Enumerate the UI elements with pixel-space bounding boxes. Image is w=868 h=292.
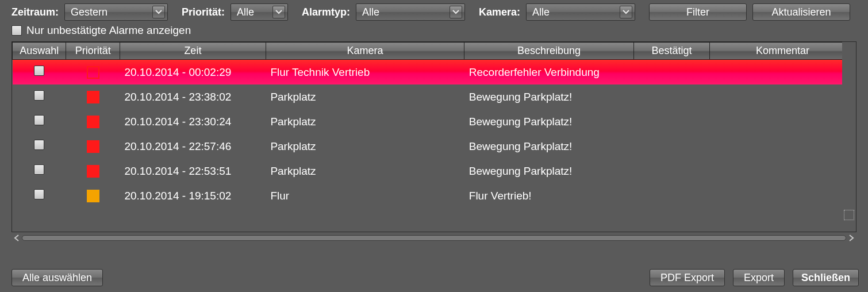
alarm-table-wrap: Auswahl Priorität Zeit Kamera Beschreibu… bbox=[11, 41, 857, 232]
cell-auswahl bbox=[13, 84, 66, 109]
refresh-button[interactable]: Aktualisieren bbox=[752, 3, 850, 21]
cell-zeit: 20.10.2014 - 19:15:02 bbox=[120, 183, 266, 208]
cell-prioritaet bbox=[66, 159, 120, 183]
priority-indicator-icon bbox=[87, 190, 99, 202]
col-kommentar[interactable]: Kommentar bbox=[709, 43, 855, 60]
kamera-label: Kamera: bbox=[479, 6, 520, 18]
scroll-track[interactable] bbox=[22, 235, 846, 241]
alarmtyp-label: Alarmtyp: bbox=[302, 6, 350, 18]
cell-beschreibung: Bewegung Parkplatz! bbox=[464, 134, 634, 159]
cell-bestaetigt bbox=[633, 60, 709, 85]
vertical-scrollbar[interactable] bbox=[842, 42, 856, 221]
scroll-handle-icon bbox=[844, 210, 854, 220]
cell-kamera: Parkplatz bbox=[266, 84, 464, 109]
table-row[interactable]: 20.10.2014 - 19:15:02FlurFlur Vertrieb! bbox=[13, 183, 856, 208]
export-button[interactable]: Export bbox=[733, 269, 785, 286]
cell-zeit: 20.10.2014 - 22:57:46 bbox=[120, 134, 266, 159]
kamera-select[interactable]: Alle bbox=[526, 3, 635, 21]
scroll-left-icon bbox=[11, 233, 22, 243]
cell-kamera: Flur Technik Vertrieb bbox=[266, 60, 464, 85]
cell-beschreibung: Flur Vertrieb! bbox=[464, 183, 634, 208]
cell-beschreibung: Bewegung Parkplatz! bbox=[464, 159, 634, 183]
cell-kamera: Parkplatz bbox=[266, 109, 464, 134]
cell-beschreibung: Bewegung Parkplatz! bbox=[464, 109, 634, 134]
cell-kamera: Parkplatz bbox=[266, 134, 464, 159]
only-unconfirmed-label: Nur unbestätigte Alarme anzeigen bbox=[26, 24, 191, 37]
col-zeit[interactable]: Zeit bbox=[120, 43, 266, 60]
zeitraum-select[interactable]: Gestern bbox=[64, 3, 168, 21]
chevron-down-icon bbox=[450, 6, 462, 18]
row-checkbox[interactable] bbox=[34, 189, 44, 199]
cell-kamera: Flur bbox=[266, 183, 464, 208]
cell-zeit: 20.10.2014 - 23:38:02 bbox=[120, 84, 266, 109]
horizontal-scrollbar[interactable] bbox=[11, 232, 857, 244]
chevron-down-icon bbox=[620, 6, 632, 18]
cell-bestaetigt bbox=[633, 159, 709, 183]
cell-bestaetigt bbox=[633, 84, 709, 109]
table-row[interactable]: 20.10.2014 - 23:30:24ParkplatzBewegung P… bbox=[13, 109, 856, 134]
col-prioritaet[interactable]: Priorität bbox=[66, 43, 120, 60]
cell-auswahl bbox=[13, 134, 66, 159]
cell-kommentar bbox=[709, 159, 855, 183]
priority-indicator-icon bbox=[87, 140, 99, 153]
pdf-export-button[interactable]: PDF Export bbox=[650, 269, 725, 286]
table-row[interactable]: 20.10.2014 - 00:02:29Flur Technik Vertri… bbox=[13, 60, 856, 85]
priority-indicator-icon bbox=[87, 66, 99, 79]
priority-indicator-icon bbox=[87, 91, 99, 103]
scroll-right-icon bbox=[846, 233, 857, 243]
cell-prioritaet bbox=[66, 60, 120, 85]
filter-button-label: Filter bbox=[686, 6, 709, 18]
cell-bestaetigt bbox=[633, 183, 709, 208]
cell-beschreibung: Bewegung Parkplatz! bbox=[464, 84, 634, 109]
table-header: Auswahl Priorität Zeit Kamera Beschreibu… bbox=[13, 43, 856, 60]
priority-indicator-icon bbox=[87, 165, 99, 178]
cell-prioritaet bbox=[66, 134, 120, 159]
cell-bestaetigt bbox=[633, 109, 709, 134]
table-row[interactable]: 20.10.2014 - 22:53:51ParkplatzBewegung P… bbox=[13, 159, 856, 183]
row-checkbox[interactable] bbox=[34, 90, 44, 101]
col-bestaetigt[interactable]: Bestätigt bbox=[633, 43, 709, 60]
row-checkbox[interactable] bbox=[34, 115, 44, 125]
cell-kommentar bbox=[709, 183, 855, 208]
cell-prioritaet bbox=[66, 183, 120, 208]
prioritaet-select[interactable]: Alle bbox=[231, 3, 288, 21]
cell-prioritaet bbox=[66, 84, 120, 109]
cell-beschreibung: Recorderfehler Verbindung bbox=[464, 60, 634, 85]
only-unconfirmed-checkbox[interactable] bbox=[11, 25, 22, 36]
cell-prioritaet bbox=[66, 109, 120, 134]
cell-auswahl bbox=[13, 60, 66, 85]
footer-bar: Alle auswählen PDF Export Export Schließ… bbox=[0, 263, 868, 292]
only-unconfirmed-row: Nur unbestätigte Alarme anzeigen bbox=[0, 23, 868, 41]
zeitraum-value: Gestern bbox=[71, 6, 107, 18]
alarmtyp-value: Alle bbox=[362, 6, 379, 18]
col-kamera[interactable]: Kamera bbox=[266, 43, 464, 60]
row-checkbox[interactable] bbox=[34, 164, 44, 175]
col-beschreibung[interactable]: Beschreibung bbox=[464, 43, 634, 60]
col-auswahl[interactable]: Auswahl bbox=[13, 43, 66, 60]
select-all-button[interactable]: Alle auswählen bbox=[11, 269, 103, 286]
alarmtyp-select[interactable]: Alle bbox=[356, 3, 465, 21]
cell-zeit: 20.10.2014 - 23:30:24 bbox=[120, 109, 266, 134]
chevron-down-icon bbox=[152, 6, 165, 18]
close-label: Schließen bbox=[801, 272, 850, 284]
cell-auswahl bbox=[13, 159, 66, 183]
chevron-down-icon bbox=[272, 6, 285, 18]
zeitraum-label: Zeitraum: bbox=[11, 6, 59, 18]
cell-zeit: 20.10.2014 - 00:02:29 bbox=[120, 60, 266, 85]
priority-indicator-icon bbox=[87, 116, 99, 128]
row-checkbox[interactable] bbox=[34, 66, 44, 76]
cell-kommentar bbox=[709, 134, 855, 159]
close-button[interactable]: Schließen bbox=[793, 269, 859, 286]
cell-zeit: 20.10.2014 - 22:53:51 bbox=[120, 159, 266, 183]
select-all-label: Alle auswählen bbox=[22, 272, 92, 284]
filter-button[interactable]: Filter bbox=[649, 3, 747, 21]
cell-auswahl bbox=[13, 183, 66, 208]
cell-kommentar bbox=[709, 109, 855, 134]
alarm-table: Auswahl Priorität Zeit Kamera Beschreibu… bbox=[12, 42, 856, 208]
prioritaet-label: Priorität: bbox=[182, 6, 225, 18]
table-row[interactable]: 20.10.2014 - 22:57:46ParkplatzBewegung P… bbox=[13, 134, 856, 159]
refresh-button-label: Aktualisieren bbox=[772, 6, 831, 18]
cell-kamera: Parkplatz bbox=[266, 159, 464, 183]
row-checkbox[interactable] bbox=[34, 140, 44, 150]
table-row[interactable]: 20.10.2014 - 23:38:02ParkplatzBewegung P… bbox=[13, 84, 856, 109]
